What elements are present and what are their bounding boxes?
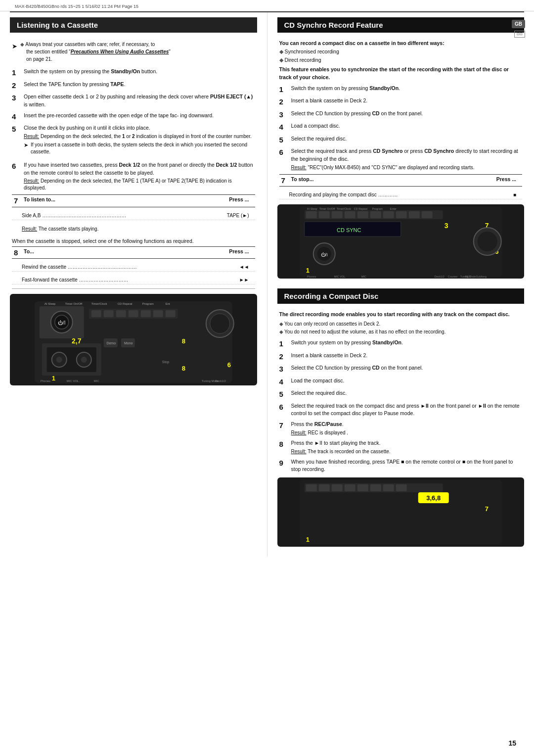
svg-rect-83: [331, 484, 342, 491]
svg-text:MIC VOL.: MIC VOL.: [67, 379, 80, 382]
step-7: 7 To listen to... Press ... Side A,B …………: [10, 194, 257, 233]
r2-step-6-num: 6: [279, 402, 287, 418]
cd-intro: You can record a compact disc on a casse…: [277, 38, 525, 85]
step-5-num: 5: [12, 124, 20, 158]
page-header: MAX-B420/B450GBno rds 15~25 1 5/16/02 11…: [0, 0, 534, 11]
step-8-r1-c2: ◄◄: [214, 263, 253, 271]
step-8-col2: Press ...: [214, 248, 253, 258]
step-7-row1-col1: Side A,B ……………………………………………: [22, 212, 214, 219]
svg-rect-53: [421, 211, 432, 218]
device-svg-right-top: CD SYNC 3 7 6 1 ⏻/I AI Sleep Ti: [277, 204, 525, 279]
r-step-3-num: 3: [279, 110, 287, 120]
r2-step-6: 6 Select the required track on the compa…: [277, 402, 525, 418]
svg-rect-88: [396, 484, 406, 491]
svg-rect-51: [396, 211, 406, 218]
r2-step-8-content: Press the ►II to start playing the track…: [291, 439, 523, 455]
svg-text:MIC VOL.: MIC VOL.: [334, 275, 346, 278]
svg-text:Stop: Stop: [162, 360, 170, 364]
svg-text:3,6,8: 3,6,8: [426, 494, 441, 502]
r2-step-3-content: Select the CD function by pressing CD on…: [291, 364, 523, 374]
r2-step-7-result: Result: REC is displayed .: [291, 429, 523, 436]
r2-step-6-content: Select the required track on the compact…: [291, 402, 523, 418]
page: MAX-B420/B450GBno rds 15~25 1 5/16/02 11…: [0, 0, 534, 756]
left-column: Listening to a Cassette ➤ ◆ Always treat…: [10, 12, 257, 557]
r-step-7-r1-c2: ■: [481, 191, 520, 198]
step-7-row-1: Side A,B …………………………………………… TAPE (►): [12, 211, 255, 220]
r2-step-8-result: Result: The track is recorded on the cas…: [291, 448, 523, 455]
cd-bullet1: ◆ Synchronised recording: [279, 47, 523, 56]
svg-rect-6: [91, 310, 101, 317]
r-step-5-content: Select the required disc.: [291, 135, 523, 145]
svg-rect-45: [318, 211, 329, 218]
r-step-6: 6 Select the required track and press CD…: [277, 147, 525, 171]
step-1-text: Switch the system on by pressing the Sta…: [24, 68, 157, 74]
svg-rect-46: [331, 211, 342, 218]
intro-block: ➤ ◆ Always treat your cassettes with car…: [10, 38, 257, 68]
step-6-result: Result: Depending on the deck selected, …: [24, 178, 255, 191]
r-step-1: 1 Switch the system on by pressing Stand…: [277, 85, 525, 94]
svg-text:Phones: Phones: [41, 379, 50, 382]
r-step-7-num: 7: [281, 176, 289, 186]
r2-step-7-num: 7: [279, 421, 287, 436]
r-step-4-content: Load a compact disc.: [291, 122, 523, 132]
r2-step-3-num: 3: [279, 364, 287, 374]
svg-point-18: [81, 357, 87, 363]
cd-intro-bold: You can record a compact disc on a casse…: [279, 40, 523, 47]
r-step-3-content: Select the CD function by pressing CD on…: [291, 110, 523, 120]
r2-step-9-num: 9: [279, 458, 287, 474]
step-5-note: ➤ If you insert a cassette in both decks…: [24, 142, 253, 155]
svg-rect-50: [383, 211, 394, 218]
r2-step-2-content: Insert a blank cassette in Deck 2.: [291, 352, 523, 362]
step-8-r2-c1: Fast-forward the cassette …………………………: [22, 276, 214, 284]
r2-step-7-content: Press the REC/Pause. Result: REC is disp…: [291, 421, 523, 436]
step-2-num: 2: [12, 81, 20, 91]
right-column: CD Synchro Record Feature You can record…: [267, 12, 525, 557]
r-step-7-r1-c1: Recording and playing the compact disc ……: [289, 191, 481, 198]
svg-text:Subllong: Subllong: [476, 275, 486, 278]
r-step-7-header: 7 To stop... Press ...: [279, 174, 523, 187]
svg-point-64: [477, 232, 497, 251]
svg-rect-49: [370, 211, 381, 218]
r2-step-4-num: 4: [279, 377, 287, 387]
r-step-1-content: Switch the system on by pressing Standby…: [291, 85, 523, 94]
svg-text:8: 8: [182, 365, 185, 372]
svg-point-17: [56, 357, 62, 363]
step-8-intro: When the cassette is stopped, select one…: [10, 236, 257, 246]
svg-rect-82: [318, 484, 329, 491]
svg-rect-11: [153, 310, 163, 317]
step-6-num: 6: [12, 161, 20, 192]
r2-step-5: 5 Select the required disc.: [277, 389, 525, 399]
step-8-num: 8: [14, 248, 22, 258]
step-1-num: 1: [12, 68, 20, 78]
right-section-title: CD Synchro Record Feature: [277, 17, 525, 33]
r2-step-9: 9 When you have finished recording, pres…: [277, 458, 525, 474]
r-step-5: 5 Select the required disc.: [277, 135, 525, 145]
svg-text:Program: Program: [372, 207, 383, 210]
r-step-7-row-1: Recording and playing the compact disc ……: [279, 190, 523, 199]
step-3: 3 Open either cassette deck 1 or 2 by pu…: [10, 93, 257, 109]
svg-text:Timer/Clock: Timer/Clock: [91, 302, 108, 305]
bullet-icon: ◆: [20, 42, 24, 47]
r-step-3: 3 Select the CD function by pressing CD …: [277, 110, 525, 120]
step-3-num: 3: [12, 93, 20, 109]
arrow-icon: ➤: [12, 42, 17, 63]
intro-text: ◆ Always treat your cassettes with care;…: [20, 41, 171, 63]
r-step-6-num: 6: [279, 147, 287, 171]
header-text: MAX-B420/B450GBno rds 15~25 1 5/16/02 11…: [15, 4, 138, 9]
svg-point-20: [210, 314, 230, 333]
step-8-r2-c2: ►►: [214, 276, 253, 284]
step-7-num: 7: [14, 196, 22, 206]
svg-rect-81: [306, 484, 316, 491]
svg-rect-52: [408, 211, 419, 218]
step-5-text: Close the deck by pushing on it until it…: [24, 125, 150, 131]
step-1-content: Switch the system on by pressing the Sta…: [24, 68, 255, 78]
svg-rect-8: [116, 310, 126, 317]
svg-rect-7: [104, 310, 114, 317]
svg-rect-9: [129, 310, 138, 317]
r2-step-7: 7 Press the REC/Pause. Result: REC is di…: [277, 421, 525, 436]
intro-text1: Always treat your cassettes with care; r…: [25, 42, 155, 47]
r2-step-9-content: When you have finished recording, press …: [291, 458, 523, 474]
note-arrow: ➤: [24, 142, 28, 155]
step-6: 6 If you have inserted two cassettes, pr…: [10, 161, 257, 192]
intro-text4: on page 21.: [20, 56, 52, 62]
